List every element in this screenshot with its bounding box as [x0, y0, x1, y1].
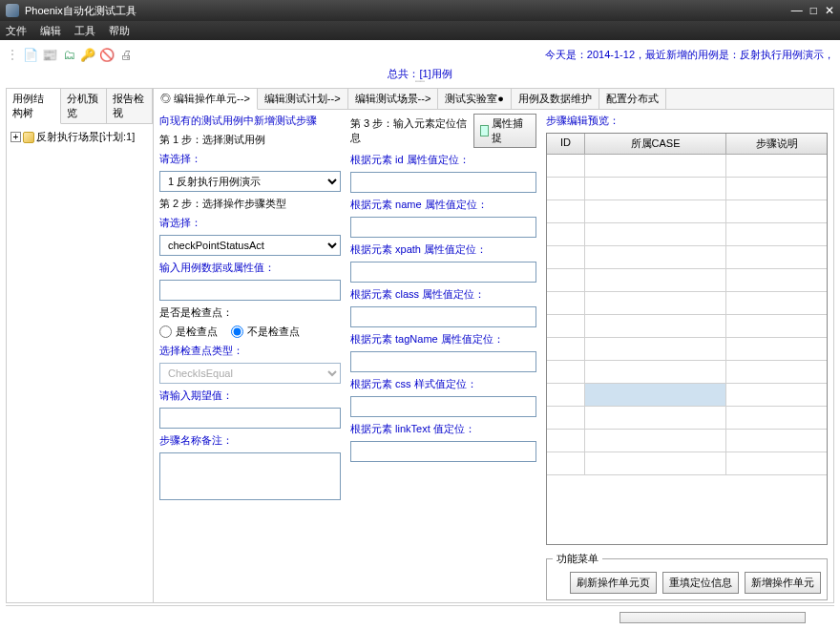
tab-edit-plan[interactable]: 编辑测试计划-->: [258, 89, 348, 109]
tab-edit-scene[interactable]: 编辑测试场景-->: [348, 89, 439, 109]
th-case[interactable]: 所属CASE: [585, 134, 726, 154]
right-tabstrip: ◎ 编辑操作单元--> 编辑测试计划--> 编辑测试场景--> 测试实验室● 用…: [154, 89, 833, 110]
progress-bar: [620, 612, 806, 623]
capture-button[interactable]: 属性捕捉: [473, 114, 536, 148]
loc-css-field[interactable]: [350, 396, 536, 417]
table-row: [547, 223, 827, 246]
tab-lab[interactable]: 测试实验室●: [438, 89, 512, 109]
step3-label: 第 3 步：输入元素定位信息: [350, 116, 468, 145]
table-row: [547, 269, 827, 292]
menu-edit[interactable]: 编辑: [40, 24, 61, 38]
expected-label: 请输入期望值：: [159, 388, 341, 403]
window-title: Phoenix自动化测试工具: [25, 4, 784, 18]
toolbar-icon-5[interactable]: 🚫: [99, 47, 115, 62]
status-today: 今天是：2014-1-12，最近新增的用例是：反射执行用例演示，: [545, 48, 834, 62]
tab-data-maint[interactable]: 用例及数据维护: [512, 89, 599, 109]
menu-file[interactable]: 文件: [6, 24, 27, 38]
table-row: [547, 200, 827, 223]
table-row: [547, 430, 827, 452]
left-tab-tree[interactable]: 用例结构树: [7, 89, 61, 124]
maximize-button[interactable]: □: [810, 4, 817, 17]
form-column-2: 第 3 步：输入元素定位信息 属性捕捉 根据元素 id 属性值定位： 根据元素 …: [350, 114, 536, 600]
tab-distributed[interactable]: 配置分布式: [599, 89, 666, 109]
table-body[interactable]: [547, 155, 827, 544]
remark-label: 步骤名称备注：: [159, 433, 341, 448]
toolbar-icon-4[interactable]: 🔑: [80, 47, 95, 62]
loc-xpath-label: 根据元素 xpath 属性值定位：: [350, 242, 536, 257]
toolbar-icon-3[interactable]: 🗂: [61, 47, 76, 62]
loc-name-field[interactable]: [350, 217, 536, 238]
loc-tagname-label: 根据元素 tagName 属性值定位：: [350, 332, 536, 346]
table-row: [547, 315, 827, 338]
tree-expander-icon[interactable]: +: [10, 132, 21, 142]
loc-class-label: 根据元素 class 属性值定位：: [350, 287, 536, 302]
table-row: [547, 246, 827, 269]
loc-css-label: 根据元素 css 样式值定位：: [350, 377, 536, 391]
form-heading: 向现有的测试用例中新增测试步骤: [159, 114, 341, 128]
is-checkpoint-label: 是否是检查点：: [159, 305, 341, 320]
right-pane: ◎ 编辑操作单元--> 编辑测试计划--> 编辑测试场景--> 测试实验室● 用…: [154, 88, 834, 603]
loc-id-field[interactable]: [350, 172, 536, 193]
input-data-field[interactable]: [159, 280, 341, 301]
table-row: [547, 292, 827, 315]
left-tab-report[interactable]: 报告检视: [107, 89, 153, 123]
minimize-button[interactable]: —: [791, 4, 803, 17]
menu-help[interactable]: 帮助: [109, 24, 130, 38]
checkpoint-type-label: 选择检查点类型：: [159, 344, 341, 358]
radio-checkpoint-yes[interactable]: 是检查点: [159, 325, 218, 339]
menu-tools[interactable]: 工具: [74, 24, 95, 38]
step1-label: 第 1 步：选择测试用例: [159, 133, 341, 147]
toolbar: ⋮ 📄 📰 🗂 🔑 🚫 🖨 今天是：2014-1-12，最近新增的用例是：反射执…: [6, 44, 834, 65]
table-row: [547, 407, 827, 430]
table-row: [547, 338, 827, 361]
left-tab-preview[interactable]: 分机预览: [61, 89, 107, 123]
checkpoint-type-select[interactable]: CheckIsEqual: [159, 363, 341, 384]
radio-checkpoint-no[interactable]: 不是检查点: [231, 325, 300, 339]
func-fieldset: 功能菜单 刷新操作单元页 重填定位信息 新增操作单元: [546, 552, 828, 600]
table-row: [547, 384, 827, 407]
usecase-select[interactable]: 1 反射执行用例演示: [159, 171, 341, 192]
loc-tagname-field[interactable]: [350, 351, 536, 372]
expected-field[interactable]: [159, 408, 341, 429]
close-button[interactable]: ✕: [825, 4, 834, 17]
th-desc[interactable]: 步骤说明: [726, 134, 827, 154]
form-column-3: 步骤编辑预览： ID 所属CASE 步骤说明: [546, 114, 828, 600]
loc-linktext-label: 根据元素 linkText 值定位：: [350, 422, 536, 436]
table-row: [547, 178, 827, 200]
doc-icon: [480, 125, 489, 136]
usecase-tree[interactable]: + 反射执行场景[计划:1]: [7, 124, 153, 602]
folder-icon: [23, 132, 34, 143]
please-select-2: 请选择：: [159, 216, 341, 230]
step2-label: 第 2 步：选择操作步骤类型: [159, 197, 341, 211]
remark-textarea[interactable]: [159, 452, 341, 500]
loc-linktext-field[interactable]: [350, 441, 536, 462]
preview-label: 步骤编辑预览：: [546, 114, 828, 128]
tab-edit-unit[interactable]: ◎ 编辑操作单元-->: [154, 89, 258, 110]
loc-xpath-field[interactable]: [350, 262, 536, 283]
menu-bar: 文件 编辑 工具 帮助: [0, 21, 840, 40]
toolbar-icon-2[interactable]: 📰: [42, 47, 57, 62]
statusbar: [6, 605, 834, 628]
refresh-button[interactable]: 刷新操作单元页: [570, 572, 657, 594]
left-tabstrip: 用例结构树 分机预览 报告检视: [7, 89, 153, 124]
loc-name-label: 根据元素 name 属性值定位：: [350, 198, 536, 212]
left-pane: 用例结构树 分机预览 报告检视 + 反射执行场景[计划:1]: [6, 88, 154, 603]
splitter-grip-top[interactable]: ┉┉: [415, 77, 425, 86]
toolbar-icon-1[interactable]: 📄: [23, 47, 38, 62]
tree-item-label: 反射执行场景[计划:1]: [36, 130, 135, 144]
toolbar-icon-6[interactable]: 🖨: [118, 47, 134, 62]
summary-bar: 总共：[1]用例 ┉┉: [6, 67, 834, 84]
preview-table: ID 所属CASE 步骤说明: [546, 133, 828, 545]
tree-row[interactable]: + 反射执行场景[计划:1]: [10, 130, 149, 144]
loc-class-field[interactable]: [350, 306, 536, 327]
reset-button[interactable]: 重填定位信息: [662, 572, 739, 594]
th-id[interactable]: ID: [547, 134, 585, 154]
title-bar: Phoenix自动化测试工具 — □ ✕: [0, 0, 840, 21]
form-column-1: 向现有的测试用例中新增测试步骤 第 1 步：选择测试用例 请选择： 1 反射执行…: [159, 114, 341, 600]
please-select-1: 请选择：: [159, 152, 341, 166]
action-select[interactable]: checkPointStatusAct: [159, 235, 341, 256]
table-row: [547, 155, 827, 178]
toolbar-grip: ⋮: [6, 47, 19, 62]
add-button[interactable]: 新增操作单元: [745, 572, 821, 594]
table-row: [547, 452, 827, 475]
